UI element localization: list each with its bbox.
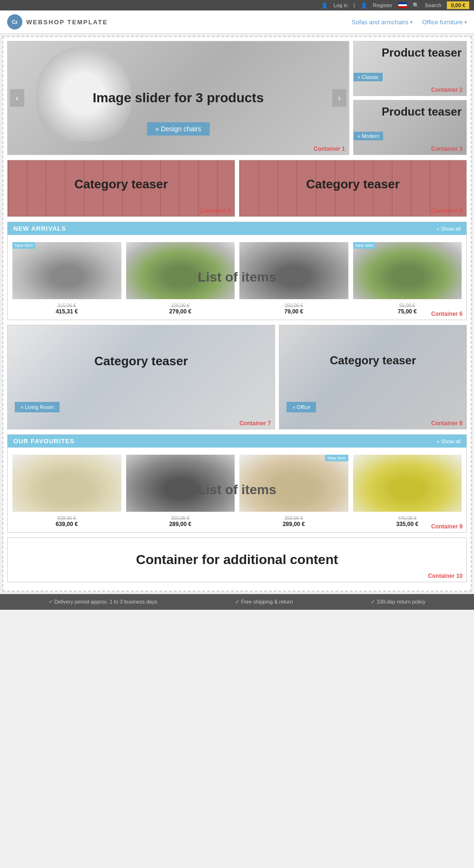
container-2: Product teaser » Classic Container 2 (353, 41, 467, 96)
slider-next-button[interactable]: › (332, 89, 346, 107)
price-old-3: 250,06 € (239, 303, 348, 308)
logo-area: Cz WEBSHOP TEMPLATE (7, 14, 108, 29)
favourites-show-all[interactable]: » Show all (436, 439, 461, 444)
nav-sofas[interactable]: Sofas and armchairs (352, 19, 413, 26)
new-arrivals-items: New Item 315,06 € 415,31 € 225,06 € 279,… (8, 235, 466, 320)
list-item: 350,06 € 289,00 € (126, 455, 235, 527)
container-4-label: Container 4 (199, 207, 231, 214)
container-10: Container for additional content Contain… (7, 537, 467, 582)
container-2-label: Container 2 (431, 87, 463, 93)
fav-price-old-3: 350,06 € (239, 516, 348, 521)
login-link[interactable]: Log in (334, 2, 348, 8)
container-5: Category teaser Container 5 (239, 160, 467, 217)
new-arrivals-title: NEW ARRIVALS (13, 225, 66, 232)
container-7: Category teaser » Living Room Container … (7, 325, 275, 429)
row-2: Category teaser Container 4 Category tea… (7, 160, 467, 217)
item-image-2 (126, 242, 235, 299)
fav-price-old-4: 445,06 € (353, 516, 462, 521)
favourites-header: OUR FAVOURITES » Show all (8, 435, 466, 448)
cat8-btn[interactable]: » Office (286, 402, 316, 412)
item-image-1: New Item (12, 242, 121, 299)
list-item: 839,06 € 639,00 € (12, 455, 121, 527)
list-item: New Item 315,06 € 415,31 € (12, 242, 121, 315)
logo-text: WEBSHOP TEMPLATE (26, 19, 108, 26)
container-9-label: Container 9 (431, 523, 463, 530)
container-1: Image slider for 3 products ‹ › » Design… (7, 41, 349, 155)
list-item: New Item 55,06 € 75,00 € (353, 242, 462, 315)
row-1: Image slider for 3 products ‹ › » Design… (7, 41, 467, 155)
new-arrivals-header: NEW ARRIVALS » Show all (8, 222, 466, 235)
user-icon: 👤 (321, 2, 328, 9)
product-teaser-3-title: Product teaser (358, 105, 462, 118)
search-icon: 🔍 (413, 2, 419, 9)
register-icon: 👤 (361, 2, 367, 9)
list-item: 225,06 € 279,00 € (126, 242, 235, 315)
fav-price-new-1: 639,00 € (12, 521, 121, 527)
container-6-label: Container 6 (431, 311, 463, 317)
container-7-label: Container 7 (239, 420, 271, 427)
cart-btn[interactable]: 0,00 € (447, 1, 469, 9)
new-badge-4: New Item (353, 242, 376, 249)
fav-price-new-2: 289,00 € (126, 521, 235, 527)
product-teaser-2-content: Product teaser (354, 41, 466, 64)
item-image-3 (239, 242, 348, 299)
fav-item-image-2 (126, 455, 235, 512)
footer-item-1: ✓ Delivery period approx. 1 to 3 busines… (49, 599, 158, 605)
list-item: New Item 350,06 € 289,00 € (239, 455, 348, 527)
footer: ✓ Delivery period approx. 1 to 3 busines… (0, 594, 474, 610)
fav-item-image-3: New Item (239, 455, 348, 512)
logo-icon: Cz (7, 14, 22, 29)
favourites-items: 839,06 € 639,00 € 350,06 € 289,00 € New … (8, 448, 466, 532)
slider-prev-button[interactable]: ‹ (10, 89, 24, 107)
nav-office[interactable]: Office furniture (422, 19, 467, 26)
container-3: Product teaser » Modern Container 3 (353, 100, 467, 155)
slider-cta-button[interactable]: » Design chairs (147, 122, 210, 136)
register-link[interactable]: Register (373, 2, 393, 8)
cat4-title: Category teaser (8, 177, 235, 192)
price-old-4: 55,06 € (353, 303, 462, 308)
fav-item-image-4 (353, 455, 462, 512)
fav-price-old-1: 839,06 € (12, 516, 121, 521)
fav-price-new-3: 289,00 € (239, 521, 348, 527)
fav-price-old-2: 350,06 € (126, 516, 235, 521)
price-new-3: 79,00 € (239, 308, 348, 315)
main-nav: Sofas and armchairs Office furniture (352, 19, 467, 26)
container-8-label: Container 8 (431, 420, 463, 427)
cat5-title: Category teaser (239, 177, 466, 192)
product-teaser-2-title: Product teaser (358, 46, 462, 59)
price-new-1: 415,31 € (12, 308, 121, 315)
container-10-label: Container 10 (428, 573, 463, 579)
slider-title: Image slider for 3 products (93, 90, 264, 106)
cat8-bg (279, 325, 466, 429)
row-3: Category teaser » Living Room Container … (7, 325, 467, 429)
container-5-label: Container 5 (431, 207, 463, 214)
new-arrivals-show-all[interactable]: » Show all (436, 226, 461, 232)
container-3-label: Container 3 (431, 146, 463, 152)
container-9: OUR FAVOURITES » Show all 839,06 € 639,0… (7, 434, 467, 533)
top-bar: 👤 Log in | 👤 Register 🔍 Search 0,00 € (0, 0, 474, 10)
price-new-2: 279,00 € (126, 308, 235, 315)
fav-item-image-1 (12, 455, 121, 512)
product-teaser-3-sub[interactable]: » Modern (354, 132, 383, 140)
cat7-btn[interactable]: » Living Room (15, 402, 59, 412)
favourites-title: OUR FAVOURITES (13, 438, 75, 445)
flag-icon (398, 2, 407, 8)
header: Cz WEBSHOP TEMPLATE Sofas and armchairs … (0, 10, 474, 34)
price-old-1: 315,06 € (12, 303, 121, 308)
cat8-title: Category teaser (279, 354, 466, 367)
footer-item-2: ✓ Free shipping & return (235, 599, 293, 605)
product-teaser-2-sub[interactable]: » Classic (354, 73, 383, 81)
cat7-title: Category teaser (8, 354, 275, 369)
container-4: Category teaser Container 4 (7, 160, 235, 217)
container-1-label: Container 1 (314, 146, 345, 152)
product-teasers: Product teaser » Classic Container 2 Pro… (353, 41, 467, 155)
new-badge-1: New Item (12, 242, 35, 249)
page-content: Image slider for 3 products ‹ › » Design… (2, 36, 472, 592)
new-badge-fav-3: New Item (325, 455, 348, 461)
container-6: NEW ARRIVALS » Show all New Item 315,06 … (7, 222, 467, 320)
product-teaser-3-content: Product teaser (354, 100, 466, 123)
search-link[interactable]: Search (425, 2, 442, 8)
container-8: Category teaser » Office Container 8 (279, 325, 467, 429)
container-10-title: Container for additional content (22, 552, 452, 567)
footer-text-2: ✓ Free shipping & return (235, 599, 293, 605)
